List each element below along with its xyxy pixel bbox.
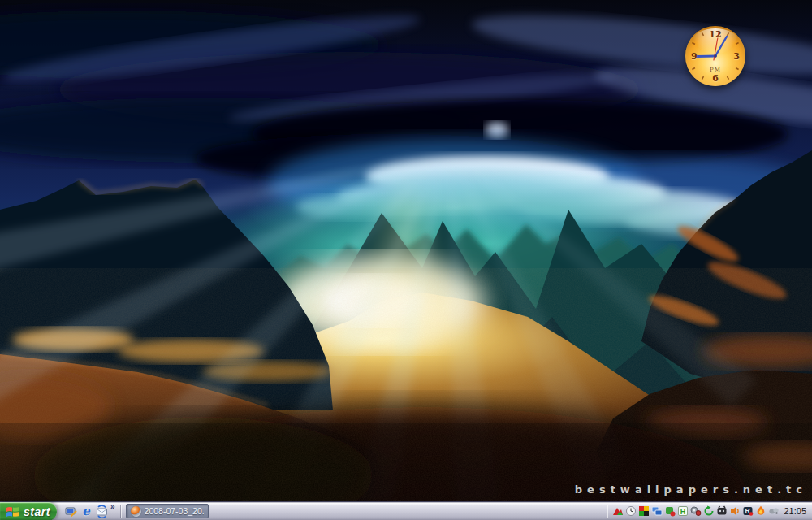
- clock-numeral-3: 3: [733, 51, 740, 62]
- clock-meridiem-label: PM: [710, 67, 721, 73]
- tray-clock[interactable]: 21:05: [784, 506, 806, 516]
- network-icon[interactable]: [650, 505, 663, 518]
- start-button-label: start: [24, 505, 50, 518]
- update-icon[interactable]: [702, 505, 715, 518]
- color-profile-icon[interactable]: [637, 505, 650, 518]
- graphics-tool-icon[interactable]: [611, 505, 624, 518]
- taskbar-separator: [120, 505, 121, 518]
- system-green-icon[interactable]: [663, 505, 676, 518]
- analog-clock-widget[interactable]: 12 3 6 9 PM: [685, 26, 745, 86]
- outlook-express-icon[interactable]: [95, 505, 108, 518]
- image-viewer-icon: [131, 506, 141, 517]
- wallpaper-watermark: bestwallpapers.net.tc: [575, 483, 807, 496]
- show-desktop-icon[interactable]: [64, 505, 77, 518]
- taskbar: start e »: [0, 501, 812, 520]
- clock-numeral-12: 12: [709, 29, 721, 40]
- media-player-icon[interactable]: R: [741, 505, 754, 518]
- capture-icon[interactable]: [715, 505, 728, 518]
- task-button-label: 2008-07-03_20...: [145, 506, 204, 516]
- internet-explorer-icon[interactable]: e: [80, 505, 93, 518]
- start-button[interactable]: start: [0, 502, 57, 520]
- disk-health-icon[interactable]: H: [676, 505, 689, 518]
- taskbar-empty-area: [209, 502, 607, 520]
- volume-icon[interactable]: [728, 505, 741, 518]
- quick-launch-overflow-chevron[interactable]: »: [110, 503, 115, 511]
- task-button-image-viewer[interactable]: 2008-07-03_20...: [126, 504, 209, 518]
- download-manager-icon[interactable]: [754, 505, 767, 518]
- windows-flag-icon: [6, 506, 20, 518]
- clock-tray-icon[interactable]: [624, 505, 637, 518]
- media-player-glyph: R: [745, 507, 749, 515]
- gears-icon[interactable]: [689, 505, 702, 518]
- clock-numeral-6: 6: [712, 73, 719, 84]
- ie-glyph: e: [82, 505, 90, 517]
- quick-launch-bar: e »: [57, 502, 119, 520]
- messenger-icon[interactable]: [767, 505, 780, 518]
- disk-health-glyph: H: [680, 508, 686, 516]
- desktop-screen: bestwallpapers.net.tc 12 3: [0, 0, 812, 520]
- system-tray: H: [607, 502, 812, 520]
- clock-numeral-9: 9: [691, 51, 698, 62]
- terrain-grain: [0, 268, 812, 501]
- hour-hand: [697, 56, 715, 57]
